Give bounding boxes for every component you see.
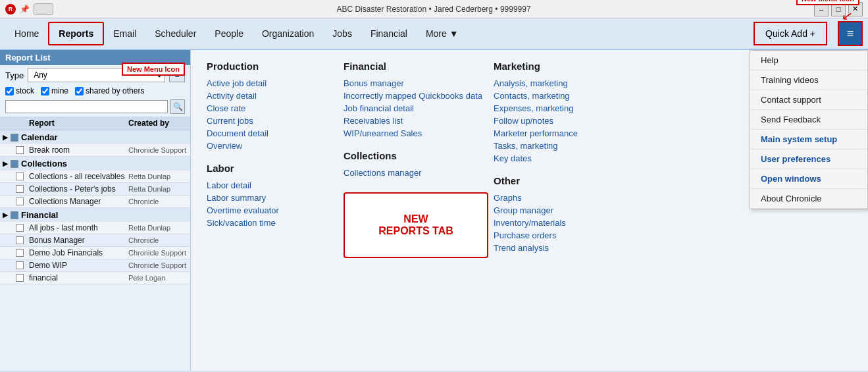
collections-title: Collections [344,150,488,161]
menu-item-reports[interactable]: Reports [48,22,104,45]
menu-item-jobs[interactable]: Jobs [323,23,361,44]
report-link[interactable]: Follow up/notes [494,116,638,126]
report-link[interactable]: WIP/unearned Sales [344,128,488,138]
table-header: Report Created by [0,117,190,130]
report-link[interactable]: Trend analysis [494,243,638,253]
menu-item-organization[interactable]: Organization [253,23,323,44]
checkbox-stock[interactable] [5,87,14,95]
group-header-calendar: ▶ Calendar [0,130,190,144]
menu-item-scheduler[interactable]: Scheduler [145,23,205,44]
row-checkbox[interactable] [16,224,24,232]
drop-item-feedback[interactable]: Send Feedback [750,110,867,130]
report-link[interactable]: Expenses, marketing [494,103,638,113]
new-menu-icon-label: New Menu Icon [122,63,185,76]
row-checkbox[interactable] [16,274,24,282]
row-checkbox[interactable] [16,261,24,269]
report-link[interactable]: Inventory/materials [494,218,638,228]
row-checkbox[interactable] [16,173,24,180]
report-link[interactable]: Overview [207,141,338,151]
report-link[interactable]: Activity detail [207,91,338,101]
restore-btn[interactable] [34,3,53,15]
drop-item-help[interactable]: Help [750,51,867,70]
group-checkbox[interactable] [11,211,18,219]
checkbox-stock-label[interactable]: stock [5,86,34,95]
checkbox-shared-label[interactable]: shared by others [75,86,144,95]
report-link[interactable]: Collections manager [344,168,488,178]
report-link[interactable]: Labor summary [207,193,338,203]
report-link[interactable]: Contacts, marketing [494,91,638,101]
report-link[interactable]: Close rate [207,103,338,113]
drop-item-setup[interactable]: Main system setup [750,130,867,149]
menu-item-email[interactable]: Email [104,23,145,44]
drop-item-about[interactable]: About Chronicle [750,189,867,209]
row-checkbox[interactable] [16,198,24,205]
report-link[interactable]: Marketer performance [494,128,638,138]
table-row: Demo Job Financials Chronicle Support [0,247,190,259]
titlebar: R 📌 ABC Disaster Restoration • Jared Ced… [0,0,868,18]
menu-item-financial[interactable]: Financial [361,23,417,44]
quick-add-button[interactable]: Quick Add + [753,22,827,45]
table-row: Bonus Manager Chronicle [0,234,190,247]
row-checkbox[interactable] [16,185,24,193]
report-link[interactable]: Receivables list [344,116,488,126]
table-row: All jobs - last month Retta Dunlap [0,222,190,234]
row-checkbox[interactable] [16,236,24,244]
chevron-down-icon: ▼ [449,28,459,39]
checkbox-mine-label[interactable]: mine [41,86,68,95]
report-link[interactable]: Group manager [494,205,638,215]
new-menu-icon-label-top: New Menu Icon [796,0,859,5]
hamburger-dropdown: Help Training videos Contact support Sen… [750,50,868,209]
drop-item-preferences[interactable]: User preferences [750,149,867,169]
menu-item-more[interactable]: More ▼ [417,23,468,44]
window-title: ABC Disaster Restoration • Jared Cederbe… [336,5,530,14]
marketing-title: Marketing [494,61,638,72]
checkboxes-row: stock mine shared by others [0,85,190,97]
report-link[interactable]: Document detail [207,128,338,138]
group-header-financial: ▶ Financial [0,208,190,222]
hamburger-button[interactable]: ≡ [838,21,863,46]
report-link[interactable]: Overtime evaluator [207,205,338,215]
drop-item-windows[interactable]: Open windows [750,169,867,189]
report-link[interactable]: Purchase orders [494,230,638,240]
collapse-icon[interactable]: ▶ [3,160,8,167]
checkbox-mine[interactable] [41,87,49,95]
group-checkbox[interactable] [11,134,18,142]
search-row: 🔍 [0,97,190,117]
menu-item-people[interactable]: People [205,23,253,44]
report-link[interactable]: Current jobs [207,116,338,126]
row-checkbox[interactable] [16,249,24,257]
group-checkbox[interactable] [11,160,18,168]
production-section: Production Active job detail Activity de… [207,61,338,360]
collapse-icon[interactable]: ▶ [3,134,8,141]
report-link[interactable]: Active job detail [207,78,338,88]
report-link[interactable]: Labor detail [207,180,338,190]
table-row: Demo WIP Chronicle Support [0,259,190,272]
drop-item-contact[interactable]: Contact support [750,90,867,110]
report-link[interactable]: Analysis, marketing [494,78,638,88]
left-panel: Report List Type Any ≡ New Menu Icon sto… [0,50,191,371]
labor-title: Labor [207,163,338,174]
search-input[interactable] [5,100,168,113]
menubar: Home Reports Email Scheduler People Orga… [0,18,868,50]
report-link[interactable]: Incorrectly mapped Quickbooks data [344,91,488,101]
checkbox-shared[interactable] [75,87,84,95]
report-link[interactable]: Tasks, marketing [494,141,638,151]
new-reports-tab-box: NEWREPORTS TAB [344,192,488,258]
report-link[interactable]: Key dates [494,153,638,163]
collapse-icon[interactable]: ▶ [3,211,8,219]
table-row: Collections - Peter's jobs Retta Dunlap [0,183,190,196]
report-link[interactable]: Graphs [494,193,638,203]
search-button[interactable]: 🔍 [170,99,185,114]
report-link[interactable]: Sick/vacation time [207,218,338,228]
other-title: Other [494,175,638,186]
report-link[interactable]: Bonus manager [344,78,488,88]
table-row: Break room Chronicle Support [0,144,190,157]
table-row: Collections Manager Chronicle [0,196,190,208]
row-checkbox[interactable] [16,146,24,154]
report-link[interactable]: Job financial detail [344,103,488,113]
right-panel: Production Active job detail Activity de… [191,50,868,371]
drop-item-training[interactable]: Training videos [750,70,867,90]
marketing-section: Marketing Analysis, marketing Contacts, … [494,61,638,360]
menu-item-home[interactable]: Home [5,23,48,44]
pin-icon: 📌 [20,5,30,14]
